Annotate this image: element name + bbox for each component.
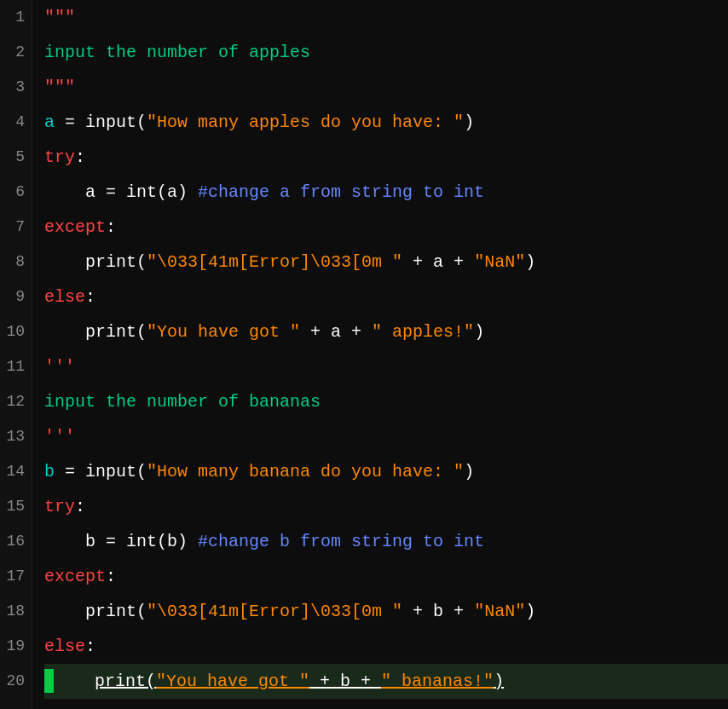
code-line: print("\033[41m[Error]\033[0m " + b + "N… — [44, 594, 728, 629]
token: print — [85, 594, 136, 629]
code-line: a = input("How many apples do you have: … — [44, 105, 728, 140]
token: "\033[41m[Error]\033[0m " — [147, 245, 402, 280]
code-line: print("You have got " + b + " bananas!") — [44, 664, 728, 699]
code-area[interactable]: """input the number of apples"""a = inpu… — [32, 0, 728, 709]
line-number: 3 — [0, 70, 25, 105]
code-line: except: — [44, 559, 728, 594]
token: ) — [464, 105, 474, 140]
token: "NaN" — [474, 245, 525, 280]
code-line: """ — [44, 0, 728, 35]
token: "How many apples do you have: " — [147, 105, 464, 140]
token: input — [85, 105, 136, 140]
token: try — [44, 140, 75, 175]
token: except — [44, 210, 106, 245]
token: ''' — [44, 419, 75, 454]
token: except — [44, 559, 106, 594]
line-number: 5 — [0, 140, 25, 175]
token: print — [85, 245, 136, 280]
code-line: ''' — [44, 419, 728, 454]
line-number: 14 — [0, 454, 25, 489]
token: ) — [494, 664, 504, 699]
token: int — [126, 175, 157, 210]
token: try — [44, 489, 75, 524]
line-number: 20 — [0, 664, 25, 699]
token: "\033[41m[Error]\033[0m " — [147, 594, 402, 629]
token: " apples!" — [372, 314, 474, 349]
line-number: 10 — [0, 314, 25, 349]
code-line: input the number of bananas — [44, 384, 728, 419]
line-number: 8 — [0, 245, 25, 280]
token: int — [126, 524, 157, 559]
token — [54, 664, 95, 699]
code-editor: 1234567891011121314151617181920 """input… — [0, 0, 728, 709]
token: : — [85, 629, 95, 664]
token: print — [85, 314, 136, 349]
code-line: else: — [44, 629, 728, 664]
token: ( — [136, 105, 147, 140]
code-line: print("\033[41m[Error]\033[0m " + a + "N… — [44, 245, 728, 280]
line-number: 4 — [0, 105, 25, 140]
line-number: 2 — [0, 35, 25, 70]
line-number: 7 — [0, 210, 25, 245]
token: = — [55, 454, 85, 489]
token: #change b from string to int — [198, 524, 484, 559]
token: ) — [474, 314, 484, 349]
code-line: a = int(a) #change a from string to int — [44, 175, 728, 210]
line-number: 17 — [0, 559, 25, 594]
token: ( — [146, 664, 156, 699]
token: : — [75, 489, 85, 524]
code-line: try: — [44, 140, 728, 175]
token: (a) — [157, 175, 198, 210]
line-number: 19 — [0, 629, 25, 664]
line-number: 13 — [0, 419, 25, 454]
token: " bananas!" — [381, 664, 494, 699]
token — [44, 594, 85, 629]
token: """ — [44, 0, 75, 35]
token: + b + — [309, 664, 381, 699]
token: : — [75, 140, 85, 175]
token: #change a from string to int — [198, 175, 484, 210]
token: + a + — [300, 314, 372, 349]
token: + b + — [402, 594, 474, 629]
token: (b) — [157, 524, 198, 559]
token: "NaN" — [474, 594, 525, 629]
token: a — [44, 105, 55, 140]
cursor — [44, 669, 54, 693]
line-number: 12 — [0, 384, 25, 419]
token: ) — [525, 594, 535, 629]
token: print — [95, 664, 146, 699]
token: ) — [464, 454, 474, 489]
line-number: 6 — [0, 175, 25, 210]
token: ( — [136, 594, 147, 629]
token: b = — [44, 524, 126, 559]
token: ( — [136, 245, 147, 280]
code-line: b = int(b) #change b from string to int — [44, 524, 728, 559]
token: ) — [525, 245, 535, 280]
token: b — [44, 454, 55, 489]
token — [44, 314, 85, 349]
token: : — [106, 559, 116, 594]
code-line: input the number of apples — [44, 35, 728, 70]
token — [44, 245, 85, 280]
token: """ — [44, 70, 75, 105]
token: "How many banana do you have: " — [147, 454, 464, 489]
token: = — [55, 105, 85, 140]
token: + a + — [402, 245, 474, 280]
line-number: 15 — [0, 489, 25, 524]
token: : — [106, 210, 116, 245]
line-number: 18 — [0, 594, 25, 629]
line-numbers: 1234567891011121314151617181920 — [0, 0, 32, 709]
token: else — [44, 629, 85, 664]
token: input the number of apples — [44, 35, 310, 70]
token: ( — [136, 454, 147, 489]
code-line: except: — [44, 210, 728, 245]
token: "You have got " — [147, 314, 300, 349]
code-line: b = input("How many banana do you have: … — [44, 454, 728, 489]
line-number: 1 — [0, 0, 25, 35]
code-line: """ — [44, 70, 728, 105]
code-line: else: — [44, 280, 728, 314]
token: input the number of bananas — [44, 384, 321, 419]
code-line: print("You have got " + a + " apples!") — [44, 314, 728, 349]
code-line: ''' — [44, 349, 728, 384]
line-number: 11 — [0, 349, 25, 384]
